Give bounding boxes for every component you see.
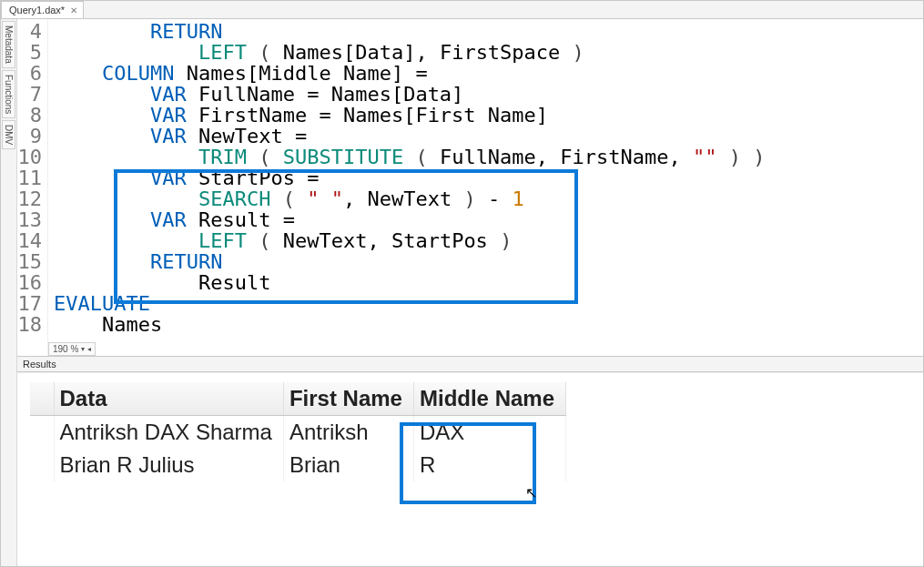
operator: - bbox=[476, 187, 513, 210]
rparen: ) bbox=[500, 229, 512, 252]
comma: , bbox=[415, 41, 427, 64]
line-number: 15 bbox=[18, 250, 43, 273]
line-number: 5 bbox=[30, 41, 42, 64]
rparen: ) bbox=[573, 41, 584, 64]
line-number: 16 bbox=[18, 271, 43, 294]
main-column: 4 5 6 7 8 9 10 11 12 13 14 15 16 17 18 R… bbox=[17, 19, 923, 566]
table-header-row: Data First Name Middle Name bbox=[30, 382, 566, 416]
keyword-column: COLUMN bbox=[102, 62, 174, 85]
ident: FirstSpace bbox=[440, 41, 560, 64]
ident: FullName bbox=[440, 146, 536, 168]
rparen: ) bbox=[729, 146, 741, 168]
line-number: 13 bbox=[18, 208, 43, 231]
results-table[interactable]: Data First Name Middle Name Antriksh DAX… bbox=[30, 382, 566, 481]
code-content[interactable]: RETURN LEFT ( Names[Data], FirstSpace ) … bbox=[48, 19, 923, 356]
func-trim: TRIM bbox=[198, 146, 247, 168]
ident: Result = bbox=[198, 208, 295, 231]
code-editor[interactable]: 4 5 6 7 8 9 10 11 12 13 14 15 16 17 18 R… bbox=[17, 19, 923, 356]
string-literal: "" bbox=[693, 146, 717, 168]
ident: FullName = Names[Data] bbox=[198, 83, 463, 106]
line-number: 17 bbox=[18, 292, 43, 315]
column-header-data[interactable]: Data bbox=[54, 382, 283, 416]
rail-functions[interactable]: Functions bbox=[2, 70, 15, 118]
table-row[interactable]: Brian R Julius Brian R bbox=[30, 449, 566, 481]
keyword-var: VAR bbox=[150, 208, 187, 231]
comma: , bbox=[343, 187, 355, 210]
func-search: SEARCH bbox=[198, 187, 270, 210]
results-panel-header[interactable]: Results bbox=[17, 356, 923, 372]
line-number: 6 bbox=[30, 62, 42, 85]
ident: Names[Data] bbox=[283, 41, 416, 64]
keyword-return: RETURN bbox=[150, 20, 222, 43]
ident: StartPos = bbox=[198, 167, 319, 189]
keyword-var: VAR bbox=[150, 167, 187, 189]
cell-data[interactable]: Brian R Julius bbox=[54, 449, 283, 481]
results-panel: Data First Name Middle Name Antriksh DAX… bbox=[17, 372, 923, 566]
cell-firstname[interactable]: Brian bbox=[283, 449, 413, 481]
number-literal: 1 bbox=[512, 187, 523, 210]
rparen: ) bbox=[753, 146, 765, 168]
comma: , bbox=[536, 146, 548, 168]
lparen: ( bbox=[259, 41, 270, 64]
chevron-down-icon: ▾ bbox=[81, 345, 85, 353]
rail-metadata[interactable]: Metadata bbox=[2, 21, 15, 68]
line-number: 7 bbox=[30, 83, 42, 106]
lparen: ( bbox=[283, 187, 295, 210]
keyword-var: VAR bbox=[150, 104, 187, 127]
ident: Names[Middle Name] = bbox=[187, 62, 428, 85]
ident: FirstName = Names[First Name] bbox=[198, 104, 548, 127]
ident: StartPos bbox=[391, 229, 488, 252]
line-number: 8 bbox=[30, 104, 42, 127]
row-selector-header[interactable] bbox=[30, 382, 54, 416]
zoom-indicator[interactable]: 190 % ▾ ◂ bbox=[48, 342, 96, 356]
keyword-var: VAR bbox=[150, 125, 187, 147]
row-selector[interactable] bbox=[30, 416, 54, 450]
line-number-gutter: 4 5 6 7 8 9 10 11 12 13 14 15 16 17 18 bbox=[17, 19, 48, 356]
cell-middlename[interactable]: DAX bbox=[413, 416, 565, 450]
func-left: LEFT bbox=[198, 41, 247, 64]
lparen: ( bbox=[259, 146, 270, 168]
comma: , bbox=[669, 146, 681, 168]
table-row[interactable]: Antriksh DAX Sharma Antriksh DAX bbox=[30, 416, 566, 450]
ident: Names bbox=[102, 313, 162, 336]
cursor-icon: ↖ bbox=[525, 484, 537, 501]
ident: NewText bbox=[283, 229, 368, 252]
ident: NewText = bbox=[198, 125, 307, 147]
tab-title: Query1.dax* bbox=[9, 5, 65, 15]
line-number: 12 bbox=[18, 187, 43, 210]
line-number: 18 bbox=[18, 313, 43, 336]
row-selector[interactable] bbox=[30, 449, 54, 481]
keyword-evaluate: EVALUATE bbox=[54, 292, 150, 315]
chevron-left-icon: ◂ bbox=[87, 345, 91, 353]
tab-query1[interactable]: Query1.dax* ✕ bbox=[1, 1, 84, 18]
func-substitute: SUBSTITUTE bbox=[283, 146, 403, 168]
lparen: ( bbox=[259, 229, 270, 252]
main-window: Query1.dax* ✕ Metadata Functions DMV 4 5… bbox=[0, 0, 924, 567]
keyword-return: RETURN bbox=[150, 250, 222, 273]
line-number: 14 bbox=[18, 229, 43, 252]
line-number: 10 bbox=[18, 146, 43, 168]
keyword-var: VAR bbox=[150, 83, 187, 106]
ident: FirstName bbox=[560, 146, 668, 168]
cell-data[interactable]: Antriksh DAX Sharma bbox=[54, 416, 283, 450]
column-header-firstname[interactable]: First Name bbox=[283, 382, 413, 416]
rparen: ) bbox=[463, 187, 475, 210]
side-rail: Metadata Functions DMV bbox=[1, 19, 17, 566]
comma: , bbox=[367, 229, 379, 252]
ident: Result bbox=[198, 271, 270, 294]
body-row: Metadata Functions DMV 4 5 6 7 8 9 10 11… bbox=[1, 19, 923, 566]
close-icon[interactable]: ✕ bbox=[70, 5, 77, 15]
cell-firstname[interactable]: Antriksh bbox=[283, 416, 413, 450]
line-number: 4 bbox=[30, 20, 42, 43]
line-number: 9 bbox=[30, 125, 42, 147]
results-title: Results bbox=[23, 359, 56, 370]
rail-dmv[interactable]: DMV bbox=[2, 120, 15, 149]
tab-strip: Query1.dax* ✕ bbox=[1, 1, 923, 19]
lparen: ( bbox=[415, 146, 427, 168]
ident: NewText bbox=[367, 187, 452, 210]
column-header-middlename[interactable]: Middle Name bbox=[413, 382, 565, 416]
zoom-value: 190 % bbox=[53, 344, 78, 354]
string-literal: " " bbox=[307, 187, 343, 210]
func-left: LEFT bbox=[198, 229, 247, 252]
cell-middlename[interactable]: R bbox=[413, 449, 565, 481]
